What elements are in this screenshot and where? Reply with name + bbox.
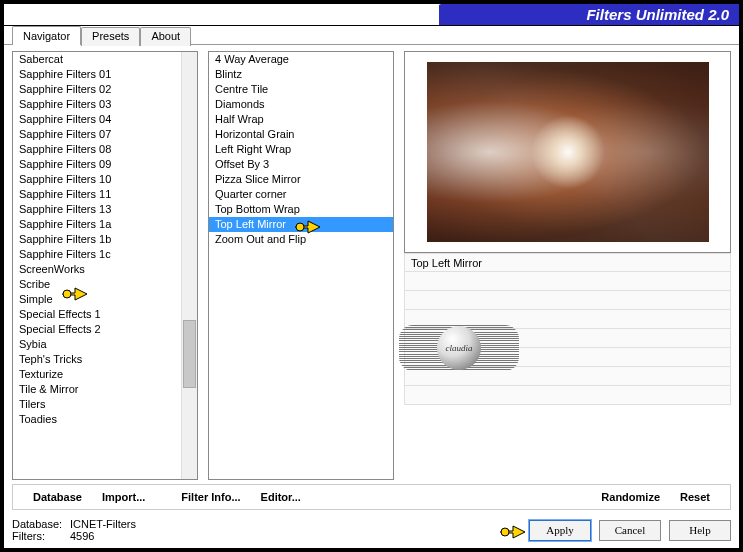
apply-button[interactable]: Apply	[529, 520, 591, 541]
param-label: Top Left Mirror	[405, 257, 555, 269]
parameter-area: Top Left Mirror	[404, 253, 731, 405]
category-scrollbar[interactable]	[181, 52, 197, 479]
category-item[interactable]: Sapphire Filters 09	[13, 157, 197, 172]
status-db-label: Database:	[12, 518, 64, 530]
filter-item[interactable]: Half Wrap	[209, 112, 393, 127]
category-item[interactable]: Special Effects 1	[13, 307, 197, 322]
filter-item[interactable]: Centre Tile	[209, 82, 393, 97]
toolbar-row: Database Import... Filter Info... Editor…	[12, 484, 731, 510]
category-item[interactable]: Sapphire Filters 1b	[13, 232, 197, 247]
app-title: Filters Unlimited 2.0	[586, 6, 729, 23]
category-item[interactable]: Sapphire Filters 08	[13, 142, 197, 157]
category-item[interactable]: Teph's Tricks	[13, 352, 197, 367]
filter-item[interactable]: Blintz	[209, 67, 393, 82]
database-button[interactable]: Database	[23, 487, 92, 507]
tab-presets[interactable]: Presets	[81, 27, 140, 46]
category-item[interactable]: Sybia	[13, 337, 197, 352]
category-item[interactable]: Sapphire Filters 10	[13, 172, 197, 187]
filter-item[interactable]: Diamonds	[209, 97, 393, 112]
category-item[interactable]: Sapphire Filters 02	[13, 82, 197, 97]
scrollbar-thumb[interactable]	[183, 320, 196, 388]
preview-panel	[404, 51, 731, 253]
filter-item[interactable]: 4 Way Average	[209, 52, 393, 67]
import-button[interactable]: Import...	[92, 487, 155, 507]
status-filters-value: 4596	[70, 530, 94, 542]
category-item[interactable]: Sabercat	[13, 52, 197, 67]
preview-image	[427, 62, 709, 242]
status-db-value: ICNET-Filters	[70, 518, 136, 530]
category-item[interactable]: Toadies	[13, 412, 197, 427]
randomize-button[interactable]: Randomize	[591, 487, 670, 507]
category-item[interactable]: Scribe	[13, 277, 197, 292]
status-area: Database:ICNET-Filters Filters:4596	[12, 518, 521, 542]
filter-item[interactable]: Top Bottom Wrap	[209, 202, 393, 217]
category-item[interactable]: Special Effects 2	[13, 322, 197, 337]
category-item[interactable]: ScreenWorks	[13, 262, 197, 277]
filter-item[interactable]: Horizontal Grain	[209, 127, 393, 142]
category-item[interactable]: Sapphire Filters 04	[13, 112, 197, 127]
category-item[interactable]: Sapphire Filters 01	[13, 67, 197, 82]
category-item[interactable]: Sapphire Filters 11	[13, 187, 197, 202]
category-item[interactable]: Tilers	[13, 397, 197, 412]
filter-item[interactable]: Quarter corner	[209, 187, 393, 202]
reset-button[interactable]: Reset	[670, 487, 720, 507]
category-item[interactable]: Sapphire Filters 13	[13, 202, 197, 217]
tab-navigator[interactable]: Navigator	[12, 26, 81, 45]
filter-item[interactable]: Top Left Mirror	[209, 217, 393, 232]
status-filters-label: Filters:	[12, 530, 64, 542]
category-item[interactable]: Simple	[13, 292, 197, 307]
tab-strip: Navigator Presets About	[4, 25, 739, 44]
category-item[interactable]: Tile & Mirror	[13, 382, 197, 397]
title-banner: Filters Unlimited 2.0	[4, 4, 739, 26]
filter-item[interactable]: Left Right Wrap	[209, 142, 393, 157]
tab-about[interactable]: About	[140, 27, 191, 46]
category-item[interactable]: Sapphire Filters 07	[13, 127, 197, 142]
category-item[interactable]: Sapphire Filters 1a	[13, 217, 197, 232]
help-button[interactable]: Help	[669, 520, 731, 541]
category-item[interactable]: Texturize	[13, 367, 197, 382]
category-list[interactable]: SabercatSapphire Filters 01Sapphire Filt…	[12, 51, 198, 480]
filter-item[interactable]: Offset By 3	[209, 157, 393, 172]
filter-item[interactable]: Pizza Slice Mirror	[209, 172, 393, 187]
category-item[interactable]: Sapphire Filters 1c	[13, 247, 197, 262]
editor-button[interactable]: Editor...	[251, 487, 311, 507]
filter-item[interactable]: Zoom Out and Flip	[209, 232, 393, 247]
filter-list[interactable]: 4 Way AverageBlintzCentre TileDiamondsHa…	[208, 51, 394, 480]
category-item[interactable]: Sapphire Filters 03	[13, 97, 197, 112]
filter-info-button[interactable]: Filter Info...	[171, 487, 250, 507]
cancel-button[interactable]: Cancel	[599, 520, 661, 541]
